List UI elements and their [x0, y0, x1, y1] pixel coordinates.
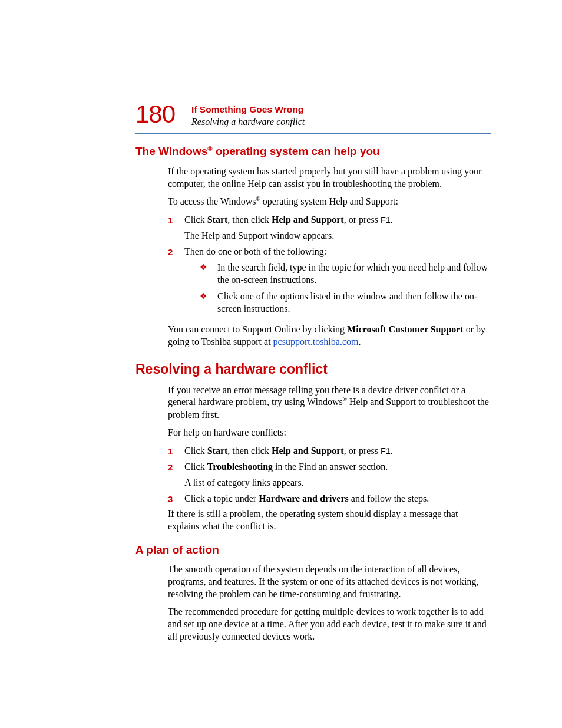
- header-section-title: Resolving a hardware conflict: [191, 116, 305, 129]
- header-rule: [135, 133, 491, 134]
- heading-text-pre: The Windows: [135, 146, 207, 158]
- bold-text: Hardware and drivers: [259, 493, 349, 503]
- paragraph: The smooth operation of the system depen…: [168, 564, 491, 600]
- text: .: [358, 337, 361, 347]
- text: .: [391, 446, 393, 456]
- list-item: ❖ In the search field, type in the topic…: [200, 262, 491, 286]
- step-body: Click a topic under Hardware and drivers…: [184, 493, 491, 505]
- step-body: Click Troubleshooting in the Find an ans…: [184, 461, 491, 489]
- section-2-body: If you receive an error message telling …: [168, 384, 491, 533]
- text: , or press: [344, 215, 381, 225]
- step-number: 3: [168, 493, 184, 505]
- heading-resolving-conflict: Resolving a hardware conflict: [135, 361, 491, 377]
- bullet-text: In the search field, type in the topic f…: [217, 262, 491, 286]
- document-page: 180 If Something Goes Wrong Resolving a …: [0, 0, 562, 708]
- paragraph: If you receive an error message telling …: [168, 384, 491, 421]
- step-body: Click Start, then click Help and Support…: [184, 214, 491, 242]
- bold-text: Microsoft Customer Support: [347, 324, 464, 334]
- bold-text: Start: [207, 215, 228, 225]
- paragraph: For help on hardware conflicts:: [168, 427, 491, 439]
- bold-text: Start: [207, 446, 228, 456]
- key-label: F1: [381, 446, 391, 456]
- numbered-list: 1 Click Start, then click Help and Suppo…: [168, 214, 491, 320]
- bold-text: Help and Support: [272, 215, 344, 225]
- list-item: ❖ Click one of the options listed in the…: [200, 291, 491, 315]
- heading-text-post: operating system can help you: [213, 146, 380, 158]
- diamond-bullet-icon: ❖: [200, 291, 217, 315]
- heading-windows-help: The Windows® operating system can help y…: [135, 145, 491, 158]
- text: , then click: [227, 215, 272, 225]
- step-number: 1: [168, 214, 184, 242]
- key-label: F1: [381, 215, 391, 225]
- text: Click a topic under: [184, 493, 259, 503]
- text: , then click: [227, 446, 272, 456]
- support-link[interactable]: pcsupport.toshiba.com: [273, 337, 359, 347]
- list-item: 3 Click a topic under Hardware and drive…: [168, 493, 491, 505]
- heading-plan-of-action: A plan of action: [135, 543, 491, 556]
- bold-text: Troubleshooting: [207, 462, 273, 472]
- page-number: 180: [135, 102, 175, 127]
- text: Click: [184, 446, 207, 456]
- paragraph: If the operating system has started prop…: [168, 166, 491, 190]
- chapter-title: If Something Goes Wrong: [191, 104, 305, 116]
- text: Click: [184, 462, 207, 472]
- registered-mark: ®: [343, 396, 347, 403]
- step-number: 1: [168, 445, 184, 457]
- paragraph: You can connect to Support Online by cli…: [168, 324, 491, 348]
- numbered-list: 1 Click Start, then click Help and Suppo…: [168, 445, 491, 505]
- text: operating system Help and Support:: [260, 197, 398, 207]
- section-3-body: The smooth operation of the system depen…: [168, 564, 491, 643]
- text: in the Find an answer section.: [273, 462, 388, 472]
- text: .: [391, 215, 393, 225]
- registered-mark: ®: [256, 196, 260, 202]
- text: and follow the steps.: [349, 493, 429, 503]
- list-item: 2 Click Troubleshooting in the Find an a…: [168, 461, 491, 489]
- text: To access the Windows: [168, 197, 256, 207]
- step-number: 2: [168, 461, 184, 489]
- text: You can connect to Support Online by cli…: [168, 324, 347, 334]
- bullet-list: ❖ In the search field, type in the topic…: [200, 262, 491, 315]
- paragraph: If there is still a problem, the operati…: [168, 508, 491, 533]
- step-body: Then do one or both of the following: ❖ …: [184, 246, 491, 320]
- paragraph: The recommended procedure for getting mu…: [168, 606, 491, 643]
- header-text-block: If Something Goes Wrong Resolving a hard…: [191, 103, 305, 128]
- list-item: 1 Click Start, then click Help and Suppo…: [168, 214, 491, 242]
- page-header: 180 If Something Goes Wrong Resolving a …: [135, 103, 491, 128]
- text: Then do one or both of the following:: [184, 246, 326, 256]
- registered-mark: ®: [207, 145, 212, 152]
- list-item: 2 Then do one or both of the following: …: [168, 246, 491, 320]
- step-result: The Help and Support window appears.: [184, 230, 491, 242]
- diamond-bullet-icon: ❖: [200, 262, 217, 286]
- step-body: Click Start, then click Help and Support…: [184, 445, 491, 457]
- step-result: A list of category links appears.: [184, 477, 491, 489]
- paragraph: To access the Windows® operating system …: [168, 196, 491, 208]
- bullet-text: Click one of the options listed in the w…: [217, 291, 491, 315]
- step-number: 2: [168, 246, 184, 320]
- list-item: 1 Click Start, then click Help and Suppo…: [168, 445, 491, 457]
- section-1-body: If the operating system has started prop…: [168, 166, 491, 348]
- text: , or press: [344, 446, 381, 456]
- bold-text: Help and Support: [272, 446, 344, 456]
- text: Click: [184, 215, 207, 225]
